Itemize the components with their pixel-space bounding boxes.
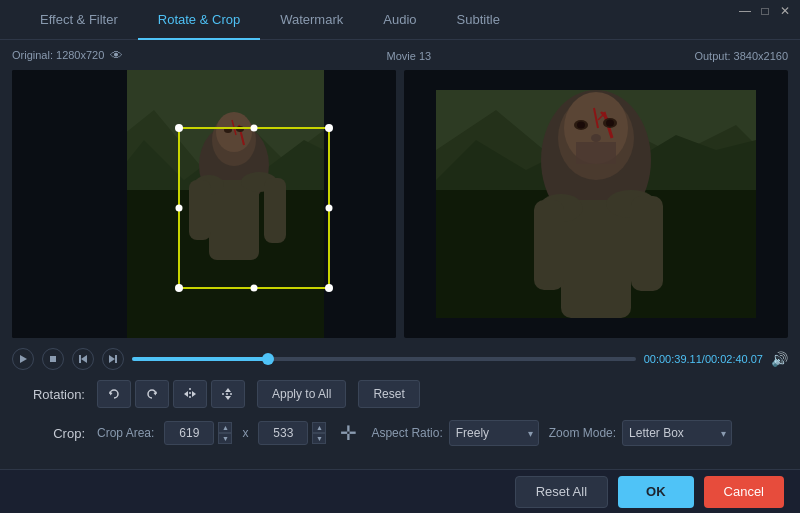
svg-marker-54 <box>109 355 115 363</box>
aspect-ratio-label: Aspect Ratio: <box>371 426 442 440</box>
svg-point-8 <box>216 112 252 152</box>
tab-bar: Effect & Filter Rotate & Crop Watermark … <box>0 0 800 40</box>
svg-point-26 <box>326 205 333 212</box>
cancel-button[interactable]: Cancel <box>704 476 784 508</box>
tab-effect-filter[interactable]: Effect & Filter <box>20 0 138 40</box>
flip-vertical-button[interactable] <box>211 380 245 408</box>
original-label-row: Original: 1280x720 👁 <box>12 48 123 63</box>
svg-point-24 <box>251 285 258 292</box>
time-display: 00:00:39.11/00:02:40.07 <box>644 353 763 365</box>
tab-audio[interactable]: Audio <box>363 0 436 40</box>
svg-rect-51 <box>50 356 56 362</box>
svg-rect-53 <box>79 355 81 363</box>
left-preview <box>12 70 396 338</box>
movie-name-label: Movie 13 <box>123 46 694 64</box>
rotate-ccw-button[interactable] <box>97 380 131 408</box>
svg-point-42 <box>577 122 585 129</box>
x-separator: x <box>242 426 248 440</box>
right-preview <box>404 70 788 338</box>
flip-horizontal-button[interactable] <box>173 380 207 408</box>
svg-rect-55 <box>115 355 117 363</box>
tab-subtitle[interactable]: Subtitle <box>437 0 520 40</box>
controls-area: Rotation: <box>0 370 800 468</box>
svg-rect-17 <box>264 178 286 243</box>
tab-watermark[interactable]: Watermark <box>260 0 363 40</box>
zoom-mode-group: Zoom Mode: Letter Box Pan & Scan Full <box>549 420 732 446</box>
play-button[interactable] <box>12 348 34 370</box>
rotation-row: Rotation: <box>20 380 780 408</box>
svg-point-22 <box>325 284 333 292</box>
rotation-buttons <box>97 380 245 408</box>
volume-icon[interactable]: 🔊 <box>771 351 788 367</box>
width-spin-down[interactable]: ▼ <box>218 433 232 444</box>
crop-height-input[interactable] <box>258 421 308 445</box>
timeline-thumb[interactable] <box>262 353 274 365</box>
crop-label: Crop: <box>20 426 85 441</box>
minimize-button[interactable]: — <box>738 4 752 18</box>
zoom-mode-select[interactable]: Letter Box Pan & Scan Full <box>622 420 732 446</box>
height-spin-up[interactable]: ▲ <box>312 422 326 433</box>
maximize-button[interactable]: □ <box>758 4 772 18</box>
apply-to-all-button[interactable]: Apply to All <box>257 380 346 408</box>
svg-point-43 <box>606 120 614 127</box>
bottom-bar: Reset All OK Cancel <box>0 469 800 513</box>
tab-rotate-crop[interactable]: Rotate & Crop <box>138 0 260 40</box>
prev-button[interactable] <box>72 348 94 370</box>
svg-rect-16 <box>189 180 211 240</box>
eye-icon[interactable]: 👁 <box>110 48 123 63</box>
svg-rect-49 <box>631 196 663 291</box>
aspect-ratio-select-wrapper: Freely 16:9 4:3 1:1 9:16 <box>449 420 539 446</box>
svg-point-25 <box>176 205 183 212</box>
rotate-cw-button[interactable] <box>135 380 169 408</box>
crop-row: Crop: Crop Area: ▲ ▼ x ▲ ▼ ✛ Aspect Rat <box>20 420 780 446</box>
svg-point-21 <box>175 284 183 292</box>
svg-marker-62 <box>225 388 231 392</box>
reset-all-button[interactable]: Reset All <box>515 476 608 508</box>
svg-rect-1 <box>324 70 384 338</box>
ok-button[interactable]: OK <box>618 476 694 508</box>
crop-area-label: Crop Area: <box>97 426 154 440</box>
width-spin-up[interactable]: ▲ <box>218 422 232 433</box>
crop-width-input[interactable] <box>164 421 214 445</box>
svg-marker-59 <box>184 391 188 397</box>
svg-marker-50 <box>20 355 27 363</box>
zoom-mode-label: Zoom Mode: <box>549 426 616 440</box>
width-spinners: ▲ ▼ <box>218 422 232 444</box>
svg-rect-35 <box>576 142 616 164</box>
stop-button[interactable] <box>42 348 64 370</box>
aspect-ratio-group: Aspect Ratio: Freely 16:9 4:3 1:1 9:16 <box>371 420 538 446</box>
svg-point-44 <box>591 134 601 142</box>
timeline-track[interactable] <box>132 357 636 361</box>
close-button[interactable]: ✕ <box>778 4 792 18</box>
svg-point-23 <box>251 125 258 132</box>
svg-point-19 <box>175 124 183 132</box>
crop-width-group: ▲ ▼ <box>164 421 232 445</box>
preview-area <box>12 70 788 338</box>
original-resolution-label: Original: 1280x720 <box>12 49 104 61</box>
timeline-progress <box>132 357 268 361</box>
height-spinners: ▲ ▼ <box>312 422 326 444</box>
reset-rotation-button[interactable]: Reset <box>358 380 419 408</box>
rotation-label: Rotation: <box>20 387 85 402</box>
height-spin-down[interactable]: ▼ <box>312 433 326 444</box>
svg-marker-63 <box>225 396 231 400</box>
crop-center-icon[interactable]: ✛ <box>340 421 357 445</box>
svg-rect-48 <box>534 200 564 290</box>
crop-height-group: ▲ ▼ <box>258 421 326 445</box>
next-button[interactable] <box>102 348 124 370</box>
timeline-bar: 00:00:39.11/00:02:40.07 🔊 <box>0 342 800 370</box>
title-bar: — □ ✕ <box>730 0 800 22</box>
right-video-frame <box>404 70 788 338</box>
aspect-ratio-select[interactable]: Freely 16:9 4:3 1:1 9:16 <box>449 420 539 446</box>
crop-controls: Crop Area: ▲ ▼ x ▲ ▼ ✛ Aspect Ratio: <box>97 420 732 446</box>
svg-point-20 <box>325 124 333 132</box>
svg-marker-60 <box>192 391 196 397</box>
output-resolution-label: Output: 3840x2160 <box>694 46 788 64</box>
zoom-mode-select-wrapper: Letter Box Pan & Scan Full <box>622 420 732 446</box>
svg-marker-52 <box>81 355 87 363</box>
